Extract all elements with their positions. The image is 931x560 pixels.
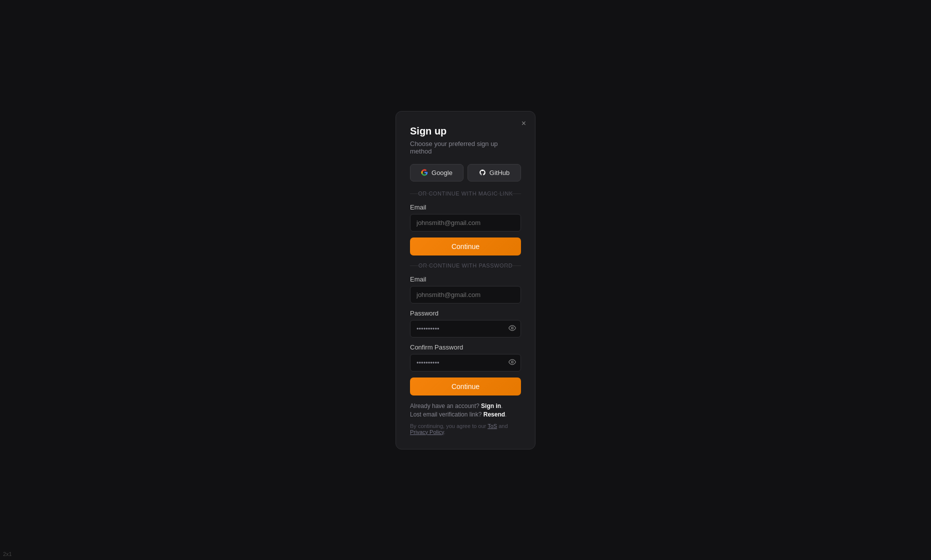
confirm-password-input[interactable]: [410, 354, 521, 372]
svg-point-0: [512, 327, 514, 329]
close-button[interactable]: ×: [520, 118, 528, 128]
resend-prompt: Lost email verification link? Resend.: [410, 411, 521, 418]
email-label-password: Email: [410, 276, 521, 283]
email-label-magic: Email: [410, 204, 521, 211]
google-button-label: Google: [432, 169, 452, 176]
password-input[interactable]: [410, 320, 521, 338]
tos-text: By continuing, you agree to our ToS and …: [410, 423, 521, 435]
google-button[interactable]: Google: [410, 164, 464, 182]
magic-link-form: Email Continue: [410, 204, 521, 262]
continue-button-password[interactable]: Continue: [410, 378, 521, 396]
signin-prompt: Already have an account? Sign in.: [410, 402, 521, 410]
password-form: Email Password Confirm Password Contin: [410, 276, 521, 402]
google-icon: [421, 169, 428, 176]
confirm-password-label: Confirm Password: [410, 344, 521, 351]
github-button-label: GitHub: [490, 169, 510, 176]
signin-link[interactable]: Sign in: [481, 402, 501, 410]
password-label: Password: [410, 310, 521, 317]
magic-link-divider: OR CONTINUE WITH MAGIC LINK: [410, 190, 521, 196]
footer-links: Already have an account? Sign in. Lost e…: [410, 402, 521, 418]
password-toggle-icon[interactable]: [508, 324, 516, 333]
confirm-password-field-wrap: [410, 354, 521, 372]
email-input-password[interactable]: [410, 286, 521, 304]
oauth-buttons-group: Google GitHub: [410, 164, 521, 182]
modal-subtitle: Choose your preferred sign up method: [410, 140, 521, 155]
email-input-magic[interactable]: [410, 214, 521, 232]
corner-label: 2x1: [3, 551, 12, 557]
modal-title: Sign up: [410, 126, 521, 137]
continue-button-magic[interactable]: Continue: [410, 238, 521, 256]
password-divider: OR CONTINUE WITH PASSWORD: [410, 262, 521, 268]
privacy-link[interactable]: Privacy Policy: [410, 429, 444, 435]
github-icon: [479, 169, 486, 176]
confirm-password-toggle-icon[interactable]: [508, 358, 516, 367]
resend-link[interactable]: Resend: [484, 411, 505, 418]
github-button[interactable]: GitHub: [468, 164, 521, 182]
signup-modal: × Sign up Choose your preferred sign up …: [396, 111, 536, 450]
svg-point-1: [512, 361, 514, 363]
password-field-wrap: [410, 320, 521, 338]
tos-link[interactable]: ToS: [488, 423, 497, 429]
